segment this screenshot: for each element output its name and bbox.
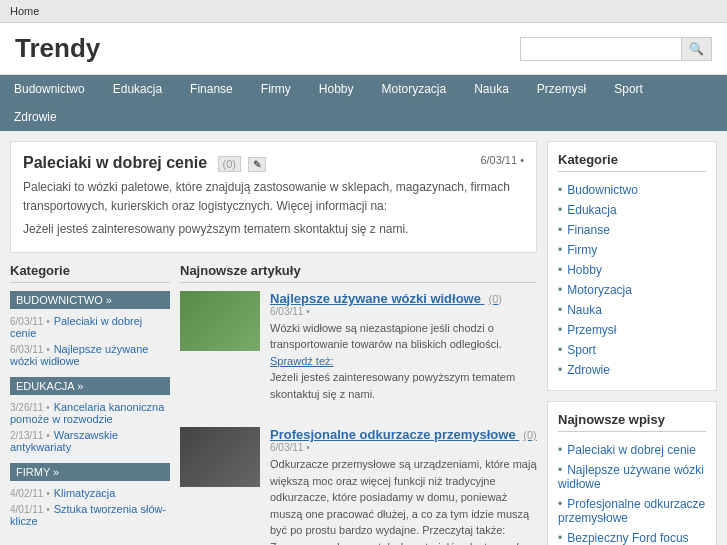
nav-link[interactable]: Hobby: [305, 75, 368, 103]
cat-section-header[interactable]: EDUKACJA »: [10, 377, 170, 395]
article-date: 6/03/11 •: [270, 442, 537, 453]
cat-item: 3/26/11 •Kancelaria kanoniczna pomoże w …: [10, 399, 170, 427]
nav-link[interactable]: Nauka: [460, 75, 523, 103]
cat-sections-left: BUDOWNICTWO »6/03/11 •Paleciaki w dobrej…: [10, 291, 170, 529]
nav-link[interactable]: Sport: [600, 75, 657, 103]
search-input[interactable]: [521, 38, 681, 60]
sidebar-new-item: Najlepsze używane wózki widłowe: [558, 460, 706, 494]
article-content: Profesjonalne odkurzacze przemysłowe (0)…: [270, 427, 537, 545]
cat-item-date: 4/02/11 •: [10, 488, 50, 499]
sidebar-kat-item: Zdrowie: [558, 360, 706, 380]
article-check-link[interactable]: Sprawdź też:: [270, 355, 334, 367]
nav-item: Firmy: [247, 75, 305, 103]
sidebar-najnowsze-title: Najnowsze wpisy: [558, 412, 706, 432]
sidebar-kat-link[interactable]: Motoryzacja: [567, 283, 632, 297]
site-title: Trendy: [15, 33, 100, 64]
nav-item: Motoryzacja: [367, 75, 460, 103]
sidebar-kat-item: Firmy: [558, 240, 706, 260]
top-bar: Home: [0, 0, 727, 23]
sidebar-new-item: Profesjonalne odkurzacze przemysłowe: [558, 494, 706, 528]
kategorie-left-title: Kategorie: [10, 263, 170, 283]
sidebar-new-link[interactable]: Profesjonalne odkurzacze przemysłowe: [558, 497, 705, 525]
cat-section-header[interactable]: FIRMY »: [10, 463, 170, 481]
header: Trendy 🔍: [0, 23, 727, 75]
nav-item: Sport: [600, 75, 657, 103]
featured-edit-icon[interactable]: ✎: [248, 157, 266, 172]
nav-link[interactable]: Edukacja: [99, 75, 176, 103]
cat-section: FIRMY »4/02/11 •Klimatyzacja4/01/11 •Szt…: [10, 463, 170, 529]
nav-link[interactable]: Budownictwo: [0, 75, 99, 103]
cat-item: 4/01/11 •Sztuka tworzenia słów-klicze: [10, 501, 170, 529]
article-extra: Jeżeli jesteś zainteresowany powyższym t…: [270, 369, 537, 402]
cat-item-link[interactable]: Klimatyzacja: [54, 487, 116, 499]
sidebar-kategorie: Kategorie BudownictwoEdukacjaFinanseFirm…: [547, 141, 717, 391]
article-extra: Zapraszamy do pozostałych materiałów dos…: [270, 539, 537, 545]
article-body: Odkurzacze przemysłowe są urządzeniami, …: [270, 456, 537, 539]
sidebar-kat-link[interactable]: Finanse: [567, 223, 610, 237]
sidebar-kat-item: Budownictwo: [558, 180, 706, 200]
cat-item: 2/13/11 •Warszawskie antykwariaty: [10, 427, 170, 455]
sidebar-kat-item: Przemysł: [558, 320, 706, 340]
search-button[interactable]: 🔍: [681, 38, 711, 60]
sidebar-new-item: Bezpieczny Ford focus: [558, 528, 706, 545]
sidebar-kat-link[interactable]: Zdrowie: [567, 363, 610, 377]
cat-item: 4/02/11 •Klimatyzacja: [10, 485, 170, 501]
sidebar-kat-item: Edukacja: [558, 200, 706, 220]
cat-section-header[interactable]: BUDOWNICTWO »: [10, 291, 170, 309]
article-title-link[interactable]: Najlepsze używane wózki widłowe (0): [270, 291, 502, 306]
sidebar-kat-link[interactable]: Firmy: [567, 243, 597, 257]
sidebar-kat-link[interactable]: Edukacja: [567, 203, 616, 217]
nav-item: Finanse: [176, 75, 247, 103]
left-col: 6/03/11 • Paleciaki w dobrej cenie (0) ✎…: [10, 141, 537, 545]
article-thumb: [180, 291, 260, 351]
cat-item-date: 6/03/11 •: [10, 316, 50, 327]
sidebar-new-list: Paleciaki w dobrej cenieNajlepsze używan…: [558, 440, 706, 545]
main-nav: BudownictwoEdukacjaFinanseFirmyHobbyMoto…: [0, 75, 727, 131]
nav-item: Edukacja: [99, 75, 176, 103]
sidebar-kat-item: Sport: [558, 340, 706, 360]
featured-content-p1: Paleciaki to wózki paletowe, które znajd…: [23, 178, 524, 216]
sidebar-kat-link[interactable]: Budownictwo: [567, 183, 638, 197]
nav-item: Budownictwo: [0, 75, 99, 103]
nav-item: Hobby: [305, 75, 368, 103]
nav-link[interactable]: Finanse: [176, 75, 247, 103]
nav-link[interactable]: Firmy: [247, 75, 305, 103]
article-content: Najlepsze używane wózki widłowe (0)6/03/…: [270, 291, 537, 403]
article-body: Wózki widłowe są niezastąpione jeśli cho…: [270, 320, 537, 353]
nav-item: Przemysł: [523, 75, 600, 103]
featured-content-p2: Jeżeli jesteś zainteresowany powyższym t…: [23, 220, 524, 239]
sidebar-kat-link[interactable]: Nauka: [567, 303, 602, 317]
nav-item: Nauka: [460, 75, 523, 103]
sidebar-kat-item: Hobby: [558, 260, 706, 280]
nav-link[interactable]: Motoryzacja: [367, 75, 460, 103]
featured-article: 6/03/11 • Paleciaki w dobrej cenie (0) ✎…: [10, 141, 537, 253]
sidebar-new-link[interactable]: Bezpieczny Ford focus: [567, 531, 688, 545]
featured-meta[interactable]: (0): [218, 156, 241, 172]
articles-list: Najlepsze używane wózki widłowe (0)6/03/…: [180, 291, 537, 545]
sidebar-kat-link[interactable]: Hobby: [567, 263, 602, 277]
sidebar-kat-item: Finanse: [558, 220, 706, 240]
article-title-link[interactable]: Profesjonalne odkurzacze przemysłowe (0): [270, 427, 537, 442]
sidebar-kat-link[interactable]: Sport: [567, 343, 596, 357]
cat-item: 6/03/11 •Najlepsze używane wózki widłowe: [10, 341, 170, 369]
sidebar-kat-link[interactable]: Przemysł: [567, 323, 616, 337]
sidebar-new-link[interactable]: Najlepsze używane wózki widłowe: [558, 463, 704, 491]
sidebar-kat-list: BudownictwoEdukacjaFinanseFirmyHobbyMoto…: [558, 180, 706, 380]
article-meta: (0): [489, 293, 502, 305]
main-container: 6/03/11 • Paleciaki w dobrej cenie (0) ✎…: [0, 131, 727, 545]
nav-item: Zdrowie: [0, 103, 71, 131]
home-link[interactable]: Home: [10, 5, 39, 17]
nav-list: BudownictwoEdukacjaFinanseFirmyHobbyMoto…: [0, 75, 727, 131]
latest-articles-title: Najnowsze artykuły: [180, 263, 537, 283]
sidebar-new-item: Paleciaki w dobrej cenie: [558, 440, 706, 460]
article-title-line: Najlepsze używane wózki widłowe (0): [270, 291, 537, 306]
article-check: Sprawdź też:: [270, 353, 537, 370]
nav-link[interactable]: Przemysł: [523, 75, 600, 103]
sidebar-kat-item: Nauka: [558, 300, 706, 320]
sidebar-kat-item: Motoryzacja: [558, 280, 706, 300]
featured-title: Paleciaki w dobrej cenie (0) ✎: [23, 154, 524, 172]
sidebar-new-link[interactable]: Paleciaki w dobrej cenie: [567, 443, 696, 457]
right-sidebar: Kategorie BudownictwoEdukacjaFinanseFirm…: [547, 141, 717, 545]
nav-link[interactable]: Zdrowie: [0, 103, 71, 131]
article-date: 6/03/11 •: [270, 306, 537, 317]
